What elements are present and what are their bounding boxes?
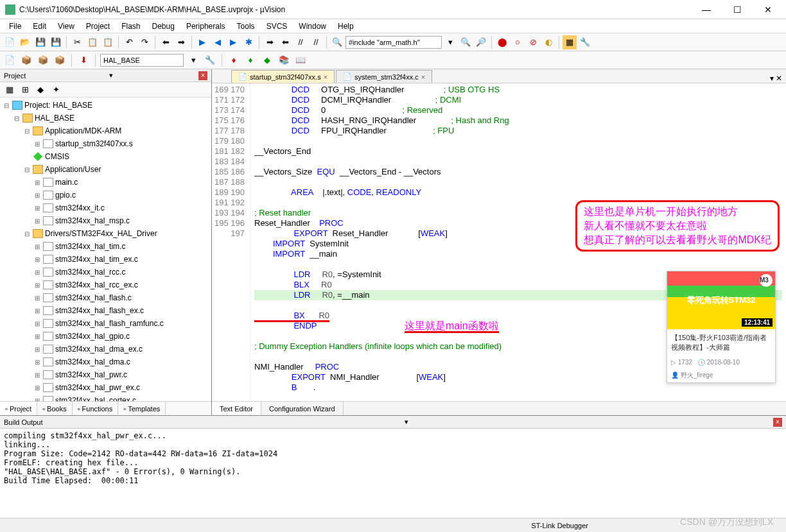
find-icon[interactable]: 🔍 — [330, 35, 344, 49]
bp-kill-icon[interactable]: ◐ — [541, 35, 555, 49]
tree-file[interactable]: ⊞gpio.c — [0, 189, 211, 202]
project-tb-icon[interactable]: ▦ — [3, 83, 17, 97]
menu-edit[interactable]: Edit — [28, 21, 51, 32]
panel-close-icon[interactable]: × — [198, 71, 207, 80]
undo-icon[interactable]: ↶ — [122, 35, 136, 49]
pack-icon[interactable]: ♦ — [243, 53, 258, 67]
nav-back-icon[interactable]: ⬅ — [159, 35, 173, 49]
output-close-icon[interactable]: × — [773, 418, 782, 427]
menu-window[interactable]: Window — [293, 21, 331, 32]
bookmark-next-icon[interactable]: ▶ — [226, 35, 240, 49]
uncomment-icon[interactable]: // — [309, 35, 323, 49]
tree-file[interactable]: ⊞stm32f4xx_hal_gpio.c — [0, 330, 211, 343]
redo-icon[interactable]: ↷ — [137, 35, 152, 49]
manage-books-icon[interactable]: 📖 — [293, 53, 308, 67]
file-tab[interactable]: 📄system_stm32f4xx.c× — [336, 70, 432, 83]
menu-help[interactable]: Help — [333, 21, 359, 32]
tree-file[interactable]: ⊞stm32f4xx_hal_dma.c — [0, 356, 211, 368]
project-tab-templates[interactable]: ▫Templates — [118, 402, 166, 415]
bp-disable-icon[interactable]: ⊘ — [526, 35, 540, 49]
new-icon[interactable]: 📄 — [3, 35, 17, 49]
tree-file[interactable]: ⊞stm32f4xx_hal_pwr_ex.c — [0, 381, 211, 394]
tree-file[interactable]: ⊞stm32f4xx_hal_flash_ex.c — [0, 304, 211, 317]
find-in-files-icon[interactable]: 🔎 — [474, 35, 488, 49]
bookmark-clear-icon[interactable]: ✱ — [241, 35, 256, 49]
tree-file[interactable]: ⊞stm32f4xx_hal_rcc.c — [0, 266, 211, 279]
minimize-button[interactable]: — — [694, 2, 719, 17]
panel-dropdown-icon[interactable]: ▾ — [109, 71, 113, 80]
comment-icon[interactable]: // — [293, 35, 308, 49]
tree-group[interactable]: CMSIS — [0, 150, 211, 163]
menu-flash[interactable]: Flash — [116, 21, 145, 32]
options-icon[interactable]: 🔧 — [203, 53, 217, 67]
menu-tools[interactable]: Tools — [232, 21, 260, 32]
save-all-icon[interactable]: 💾 — [49, 35, 63, 49]
menu-view[interactable]: View — [53, 21, 80, 32]
editor-tab[interactable]: Configuration Wizard — [261, 402, 344, 415]
build-icon[interactable]: 📦 — [19, 53, 33, 67]
debug-icon[interactable]: ⬤ — [495, 35, 509, 49]
download-icon[interactable]: ⬇ — [76, 53, 91, 67]
tree-file[interactable]: ⊞stm32f4xx_hal_flash.c — [0, 291, 211, 304]
dropdown-icon[interactable]: ▾ — [443, 35, 457, 49]
manage-icon[interactable]: ♦ — [227, 53, 241, 67]
project-tab-functions[interactable]: ▫Functions — [73, 402, 119, 415]
target-dropdown-icon[interactable]: ▾ — [186, 53, 200, 67]
save-icon[interactable]: 💾 — [33, 35, 48, 49]
outdent-icon[interactable]: ⬅ — [278, 35, 292, 49]
tree-group[interactable]: ⊟Application/User — [0, 163, 211, 176]
menu-svcs[interactable]: SVCS — [261, 21, 293, 32]
indent-icon[interactable]: ➡ — [263, 35, 277, 49]
translate-icon[interactable]: 📄 — [3, 53, 17, 67]
menu-peripherals[interactable]: Peripherals — [181, 21, 231, 32]
tree-file[interactable]: ⊞main.c — [0, 176, 211, 189]
video-card[interactable]: 零死角玩转STM32 M3 12:13:41 【150集-野火F103霸道/指南… — [667, 271, 776, 383]
copy-icon[interactable]: 📋 — [85, 35, 100, 49]
tree-file[interactable]: ⊞stm32f4xx_it.c — [0, 202, 211, 214]
file-tabs-menu-icon[interactable]: ▾ ✕ — [770, 74, 782, 83]
tree-file[interactable]: ⊞stm32f4xx_hal_flash_ramfunc.c — [0, 317, 211, 330]
tree-file[interactable]: ⊞stm32f4xx_hal_rcc_ex.c — [0, 279, 211, 291]
tree-file[interactable]: ⊞stm32f4xx_hal_tim_ex.c — [0, 253, 211, 266]
tree-file[interactable]: ⊞stm32f4xx_hal_dma_ex.c — [0, 343, 211, 356]
paste-icon[interactable]: 📋 — [101, 35, 115, 49]
open-icon[interactable]: 📂 — [18, 35, 32, 49]
tree-group[interactable]: ⊟Drivers/STM32F4xx_HAL_Driver — [0, 227, 211, 240]
rte-icon[interactable]: ◆ — [260, 53, 274, 67]
tree-file[interactable]: ⊞startup_stm32f407xx.s — [0, 137, 211, 150]
tree-file[interactable]: ⊞stm32f4xx_hal_pwr.c — [0, 368, 211, 381]
project-tree[interactable]: ⊟Project: HAL_BASE⊟HAL_BASE⊟Application/… — [0, 98, 211, 401]
cut-icon[interactable]: ✂ — [70, 35, 84, 49]
tree-group[interactable]: ⊟Application/MDK-ARM — [0, 124, 211, 137]
find2-icon[interactable]: 🔍 — [459, 35, 473, 49]
file-tab[interactable]: 📄startup_stm32f407xx.s× — [231, 70, 335, 83]
include-combo[interactable]: #include "arm_math.h" — [345, 36, 442, 49]
output-dropdown-icon[interactable]: ▾ — [405, 418, 408, 426]
tree-file[interactable]: ⊞stm32f4xx_hal_tim.c — [0, 240, 211, 253]
menu-debug[interactable]: Debug — [147, 21, 180, 32]
tree-project-root[interactable]: ⊟Project: HAL_BASE — [0, 99, 211, 112]
tree-file[interactable]: ⊞stm32f4xx_hal_cortex.c — [0, 394, 211, 401]
tree-file[interactable]: ⊞stm32f4xx_hal_msp.c — [0, 214, 211, 227]
project-tab-books[interactable]: ▫Books — [37, 402, 72, 415]
nav-fwd-icon[interactable]: ➡ — [174, 35, 188, 49]
project-tb-icon2[interactable]: ⊞ — [18, 83, 32, 97]
project-tab-project[interactable]: ▫Project — [0, 402, 37, 415]
rebuild-icon[interactable]: 📦 — [36, 53, 50, 67]
tree-target[interactable]: ⊟HAL_BASE — [0, 112, 211, 124]
editor-tab[interactable]: Text Editor — [212, 402, 261, 415]
target-combo[interactable]: HAL_BASE — [100, 54, 184, 67]
project-tb-icon3[interactable]: ◆ — [33, 83, 48, 97]
close-button[interactable]: ✕ — [755, 2, 781, 17]
books-icon[interactable]: 📚 — [277, 53, 291, 67]
code-editor[interactable]: 169 170 171 172 173 174 175 176 177 178 … — [212, 83, 786, 401]
breakpoint-icon[interactable]: ○ — [511, 35, 525, 49]
menu-file[interactable]: File — [4, 21, 26, 32]
batch-build-icon[interactable]: 📦 — [53, 53, 67, 67]
bookmark-prev-icon[interactable]: ◀ — [211, 35, 225, 49]
window-icon[interactable]: ▦ — [563, 35, 577, 49]
maximize-button[interactable]: ☐ — [724, 2, 750, 17]
menu-project[interactable]: Project — [81, 21, 115, 32]
bookmark-icon[interactable]: ▶ — [195, 35, 209, 49]
project-tb-icon4[interactable]: ✦ — [49, 83, 63, 97]
